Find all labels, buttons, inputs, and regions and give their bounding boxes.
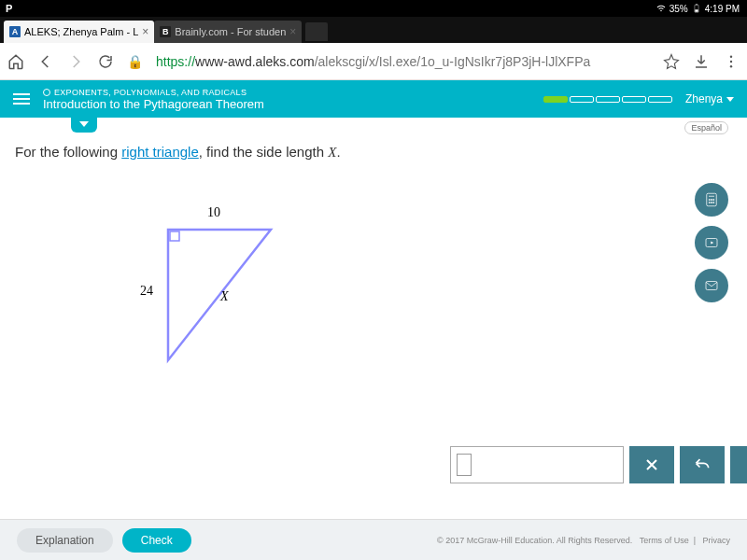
lock-icon: 🔒 (127, 54, 143, 69)
svg-marker-6 (168, 230, 271, 360)
copyright: © 2017 McGraw-Hill Education. All Rights… (437, 536, 730, 545)
terms-link[interactable]: Terms of Use (640, 536, 689, 545)
input-cursor-box (457, 454, 472, 476)
triangle-figure: 10 24 X (149, 211, 308, 383)
side-label-hyp: X (220, 289, 229, 304)
battery-pct: 35% (669, 4, 688, 14)
favicon-aleks: A (9, 26, 21, 37)
svg-rect-7 (170, 231, 179, 241)
footer: Explanation Check © 2017 McGraw-Hill Edu… (0, 519, 747, 560)
download-icon[interactable] (693, 53, 710, 70)
svg-point-11 (711, 199, 712, 200)
status-app-icon: P (6, 3, 12, 14)
browser-tab-aleks[interactable]: A ALEKS; Zhenya Palm - L × (4, 21, 154, 43)
home-icon[interactable] (7, 53, 24, 70)
close-icon[interactable]: × (142, 25, 148, 38)
svg-rect-2 (696, 4, 698, 5)
undo-button[interactable] (680, 446, 725, 483)
answer-input[interactable] (450, 446, 624, 483)
star-icon[interactable] (663, 53, 680, 70)
explanation-button[interactable]: Explanation (17, 528, 113, 553)
progress-seg (570, 96, 594, 103)
battery-icon (692, 4, 701, 13)
progress-seg (596, 96, 620, 103)
svg-point-10 (709, 199, 710, 200)
sub-bar: Español (0, 118, 747, 134)
ring-icon (43, 89, 50, 96)
clear-button[interactable] (629, 446, 674, 483)
content-area: For the following right triangle, find t… (0, 136, 747, 508)
new-tab-button[interactable] (305, 22, 328, 41)
browser-tab-strip: A ALEKS; Zhenya Palm - L × B Brainly.com… (0, 17, 747, 43)
category-label: EXPONENTS, POLYNOMIALS, AND RADICALS (43, 88, 530, 97)
svg-point-12 (713, 199, 714, 200)
svg-point-5 (730, 65, 732, 67)
term-link[interactable]: right triangle (121, 144, 199, 160)
svg-point-4 (730, 60, 732, 62)
more-button[interactable] (730, 446, 747, 483)
side-label-top: 10 (207, 205, 220, 220)
forward-icon[interactable] (67, 53, 84, 70)
progress-seg (543, 96, 568, 103)
privacy-link[interactable]: Privacy (702, 536, 730, 545)
side-label-left: 24 (140, 284, 153, 299)
answer-row (450, 446, 747, 483)
tab-title: ALEKS; Zhenya Palm - L (24, 26, 138, 37)
svg-point-13 (709, 202, 710, 203)
svg-point-3 (730, 55, 732, 57)
svg-marker-17 (711, 242, 713, 245)
reload-icon[interactable] (97, 53, 114, 70)
calculator-button[interactable] (695, 183, 728, 217)
message-button[interactable] (695, 269, 728, 302)
svg-point-14 (711, 202, 712, 203)
aleks-header: EXPONENTS, POLYNOMIALS, AND RADICALS Int… (0, 80, 747, 118)
menu-icon[interactable] (723, 53, 740, 70)
chevron-down-icon (79, 121, 89, 127)
favicon-brainly: B (160, 26, 171, 37)
progress-bar (543, 96, 672, 103)
svg-rect-1 (695, 9, 698, 12)
progress-seg (622, 96, 646, 103)
wifi-icon (656, 4, 666, 13)
tab-title: Brainly.com - For studen (175, 26, 286, 37)
browser-tab-brainly[interactable]: B Brainly.com - For studen × (154, 21, 302, 43)
back-icon[interactable] (37, 53, 54, 70)
video-button[interactable] (695, 226, 728, 259)
language-toggle[interactable]: Español (684, 121, 728, 134)
lesson-titles: EXPONENTS, POLYNOMIALS, AND RADICALS Int… (43, 88, 530, 111)
question-prompt: For the following right triangle, find t… (15, 144, 736, 161)
android-status-bar: P 35% 4:19 PM (0, 0, 747, 17)
progress-seg (648, 96, 672, 103)
svg-point-15 (713, 202, 714, 203)
hamburger-icon[interactable] (13, 93, 30, 105)
tool-column (695, 183, 728, 302)
close-icon[interactable]: × (289, 25, 296, 38)
expand-tab[interactable] (71, 116, 97, 133)
svg-rect-18 (706, 282, 717, 290)
check-button[interactable]: Check (122, 528, 191, 553)
url-field[interactable]: https://www-awd.aleks.com/alekscgi/x/Isl… (156, 54, 650, 69)
browser-toolbar: 🔒 https://www-awd.aleks.com/alekscgi/x/I… (0, 43, 747, 80)
user-menu[interactable]: Zhenya (685, 92, 734, 105)
lesson-title: Introduction to the Pythagorean Theorem (43, 97, 530, 111)
clock: 4:19 PM (705, 4, 740, 14)
chevron-down-icon (726, 97, 734, 102)
